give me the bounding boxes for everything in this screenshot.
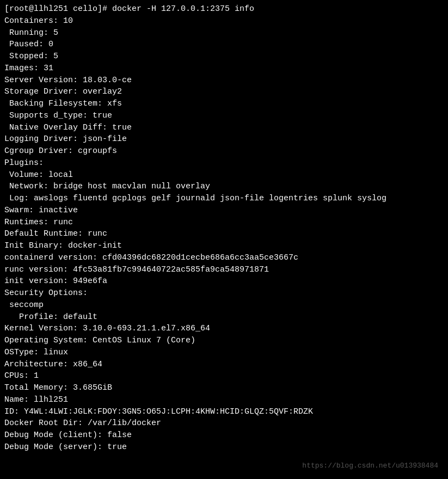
- terminal-line: Plugins:: [4, 157, 444, 169]
- terminal-line: ID: Y4WL:4LWI:JGLK:FDOY:3GN5:O65J:LCPH:4…: [4, 406, 444, 418]
- terminal-line: Cgroup Driver: cgroupfs: [4, 145, 444, 157]
- terminal-line: Backing Filesystem: xfs: [4, 98, 444, 110]
- terminal-line: Log: awslogs fluentd gcplogs gelf journa…: [4, 193, 444, 205]
- terminal-line: Total Memory: 3.685GiB: [4, 382, 444, 394]
- terminal-line: Operating System: CentOS Linux 7 (Core): [4, 335, 444, 347]
- terminal-line: Network: bridge host macvlan null overla…: [4, 181, 444, 193]
- terminal-output: [root@llhl251 cello]# docker -H 127.0.0.…: [4, 3, 444, 453]
- terminal-line: Supports d_type: true: [4, 110, 444, 122]
- terminal-line: containerd version: cfd04396dc68220d1cec…: [4, 252, 444, 264]
- terminal-line: Images: 31: [4, 63, 444, 75]
- terminal-line: Debug Mode (client): false: [4, 429, 444, 441]
- terminal-line: Running: 5: [4, 27, 444, 39]
- terminal-line: Stopped: 5: [4, 51, 444, 63]
- terminal-line: Debug Mode (server): true: [4, 441, 444, 453]
- terminal-line: Paused: 0: [4, 39, 444, 51]
- terminal-line: Name: llhl251: [4, 394, 444, 406]
- terminal-line: Architecture: x86_64: [4, 359, 444, 371]
- terminal-line: Runtimes: runc: [4, 217, 444, 229]
- terminal-line: init version: 949e6fa: [4, 275, 444, 287]
- terminal-line: Volume: local: [4, 169, 444, 181]
- terminal-line: Security Options:: [4, 287, 444, 299]
- terminal-window: [root@llhl251 cello]# docker -H 127.0.0.…: [4, 3, 444, 476]
- terminal-line: [root@llhl251 cello]# docker -H 127.0.0.…: [4, 3, 444, 15]
- terminal-line: Storage Driver: overlay2: [4, 86, 444, 98]
- terminal-line: Logging Driver: json-file: [4, 133, 444, 145]
- terminal-line: runc version: 4fc53a81fb7c994640722ac585…: [4, 264, 444, 276]
- terminal-line: Swarm: inactive: [4, 205, 444, 217]
- terminal-line: Containers: 10: [4, 15, 444, 27]
- terminal-line: Profile: default: [4, 311, 444, 323]
- terminal-line: Default Runtime: runc: [4, 228, 444, 240]
- terminal-line: Server Version: 18.03.0-ce: [4, 75, 444, 87]
- terminal-line: CPUs: 1: [4, 370, 444, 382]
- terminal-line: OSType: linux: [4, 347, 444, 359]
- terminal-line: Kernel Version: 3.10.0-693.21.1.el7.x86_…: [4, 323, 444, 335]
- terminal-line: Docker Root Dir: /var/lib/docker: [4, 417, 444, 429]
- watermark: https://blog.csdn.net/u013938484: [302, 461, 438, 471]
- terminal-line: Init Binary: docker-init: [4, 240, 444, 252]
- terminal-line: Native Overlay Diff: true: [4, 122, 444, 134]
- terminal-line: seccomp: [4, 299, 444, 311]
